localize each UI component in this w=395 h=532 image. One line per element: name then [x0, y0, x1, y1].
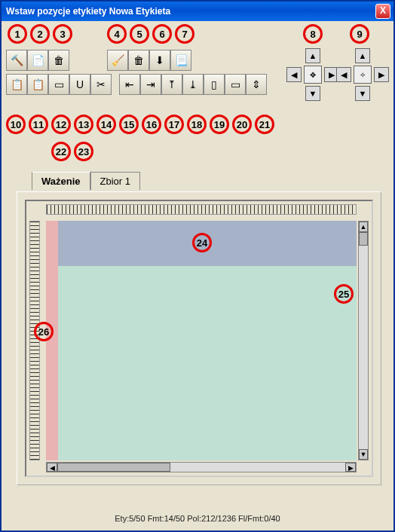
- ruler-vertical: [29, 221, 40, 460]
- tool-trash2-button[interactable]: 🗑: [128, 50, 149, 71]
- work-surface[interactable]: [46, 221, 357, 460]
- callout-5: 5: [130, 24, 149, 44]
- canvas-frame: ▲ ▼ ◀ ▶ 24 25 26: [17, 191, 381, 485]
- callout-26: 26: [34, 322, 54, 341]
- callout-18: 18: [187, 115, 207, 134]
- tool-align-left-button[interactable]: ⇤: [119, 74, 140, 95]
- callout-8: 8: [303, 24, 323, 44]
- canvas-inner: ▲ ▼ ◀ ▶ 24 25 26: [25, 200, 373, 477]
- callout-23: 23: [74, 142, 93, 161]
- callout-10: 10: [6, 115, 26, 134]
- callout-19: 19: [210, 115, 229, 134]
- callout-3: 3: [53, 24, 72, 44]
- status-bar: Ety:5/50 Fmt:14/50 Pol:212/1236 Fl/Fmt:0…: [2, 508, 393, 530]
- tool-align-bottom-button[interactable]: ⤓: [182, 74, 204, 95]
- toolbar-group-1: 🔨 📄 🗑: [6, 50, 69, 71]
- callout-7: 7: [175, 24, 194, 44]
- tabs: Ważenie Zbior 1: [32, 172, 140, 190]
- resize-center-icon: ✧: [354, 66, 372, 84]
- resize-left-button[interactable]: ◀: [336, 67, 351, 82]
- close-button[interactable]: X: [375, 4, 390, 19]
- callout-2: 2: [30, 24, 50, 44]
- scroll-h-thumb[interactable]: [57, 463, 170, 472]
- tab-wazenie[interactable]: Ważenie: [32, 172, 90, 190]
- nudge-pad: ▲ ▼ ◀ ▶ ✥: [286, 48, 339, 101]
- app-window: Wstaw pozycje etykiety Nowa Etykieta X 1…: [0, 0, 395, 532]
- window-title: Wstaw pozycje etykiety Nowa Etykieta: [5, 6, 375, 17]
- callout-14: 14: [96, 115, 116, 134]
- tool-copy-button[interactable]: 📋: [6, 74, 27, 95]
- nudge-up-button[interactable]: ▲: [305, 48, 320, 63]
- tool-extent3-button[interactable]: ⇕: [246, 74, 267, 95]
- scrollbar-horizontal[interactable]: ◀ ▶: [46, 462, 357, 472]
- callout-6: 6: [152, 24, 172, 44]
- callout-25: 25: [334, 284, 354, 304]
- status-text: Ety:5/50 Fmt:14/50 Pol:212/1236 Fl/Fmt:0…: [115, 514, 280, 523]
- nudge-left-button[interactable]: ◀: [286, 67, 302, 82]
- resize-pad: ▲ ▼ ◀ ▶ ✧: [336, 48, 389, 101]
- nudge-center-icon: ✥: [304, 66, 322, 84]
- resize-down-button[interactable]: ▼: [355, 86, 370, 101]
- toolbar-area: 1 2 3 4 5 6 7 8 9 🔨 📄 🗑 🧹 🗑 ⬇ 📃 📋 📋 ▭ U …: [2, 21, 393, 164]
- nudge-down-button[interactable]: ▼: [305, 86, 320, 101]
- resize-right-button[interactable]: ▶: [374, 67, 389, 82]
- scroll-left-button[interactable]: ◀: [47, 463, 57, 472]
- callout-17: 17: [164, 115, 184, 134]
- tool-broom-button[interactable]: 🧹: [107, 50, 128, 71]
- tool-trash-button[interactable]: 🗑: [48, 50, 69, 71]
- callout-12: 12: [51, 115, 71, 134]
- callout-16: 16: [142, 115, 161, 134]
- label-body-region[interactable]: [58, 266, 357, 460]
- tool-align-top-button[interactable]: ⤒: [161, 74, 182, 95]
- ruler-horizontal: [46, 204, 357, 215]
- scroll-right-button[interactable]: ▶: [345, 463, 356, 472]
- callout-9: 9: [350, 24, 369, 44]
- scroll-v-thumb[interactable]: [359, 232, 368, 246]
- callout-22: 22: [51, 142, 71, 161]
- tool-document-button[interactable]: 📄: [27, 50, 48, 71]
- callout-13: 13: [74, 115, 93, 134]
- callout-11: 11: [29, 115, 48, 134]
- tool-select-button[interactable]: ▭: [48, 74, 69, 95]
- tool-underline-button[interactable]: U: [69, 74, 90, 95]
- tool-page-button[interactable]: 📃: [170, 50, 191, 71]
- callout-24: 24: [192, 233, 212, 252]
- tool-download-button[interactable]: ⬇: [149, 50, 170, 71]
- toolbar-group-3: 📋 📋 ▭ U ✂: [6, 74, 112, 95]
- callout-4: 4: [107, 24, 127, 44]
- titlebar: Wstaw pozycje etykiety Nowa Etykieta X: [2, 2, 393, 21]
- tool-paste-button[interactable]: 📋: [27, 74, 48, 95]
- toolbar-group-4: ⇤ ⇥ ⤒ ⤓ ▯ ▭ ⇕: [119, 74, 267, 95]
- toolbar-group-2: 🧹 🗑 ⬇ 📃: [107, 50, 191, 71]
- tool-align-right-button[interactable]: ⇥: [140, 74, 161, 95]
- callout-1: 1: [8, 24, 27, 44]
- callout-20: 20: [232, 115, 252, 134]
- tool-extent1-button[interactable]: ▯: [204, 74, 225, 95]
- scroll-up-button[interactable]: ▲: [359, 222, 368, 232]
- tool-extent2-button[interactable]: ▭: [225, 74, 246, 95]
- callout-21: 21: [255, 115, 274, 134]
- tab-zbior1[interactable]: Zbior 1: [90, 172, 140, 190]
- callout-15: 15: [119, 115, 139, 134]
- scrollbar-vertical[interactable]: ▲ ▼: [358, 221, 369, 460]
- scroll-down-button[interactable]: ▼: [359, 449, 368, 460]
- tool-cut-button[interactable]: ✂: [90, 74, 112, 95]
- resize-up-button[interactable]: ▲: [355, 48, 370, 63]
- tool-hammer-button[interactable]: 🔨: [6, 50, 27, 71]
